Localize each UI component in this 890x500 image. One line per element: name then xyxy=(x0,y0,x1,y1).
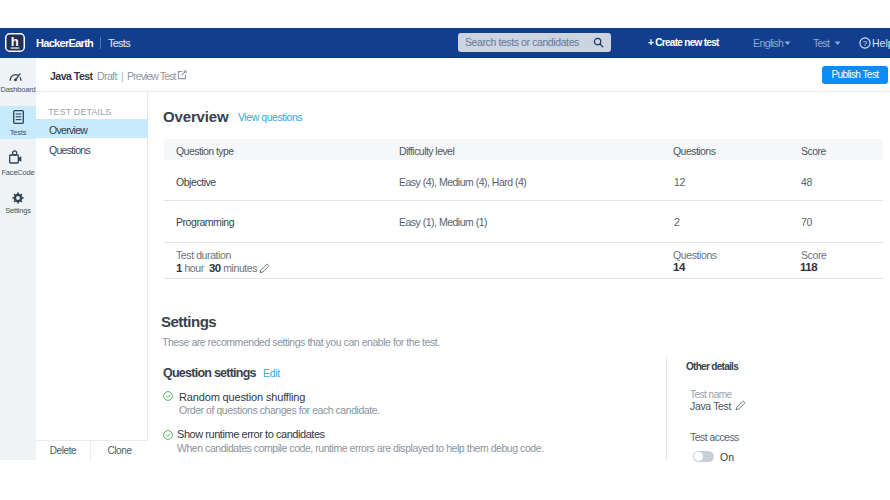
svg-text:h: h xyxy=(11,34,19,49)
svg-text:?: ? xyxy=(863,39,868,48)
